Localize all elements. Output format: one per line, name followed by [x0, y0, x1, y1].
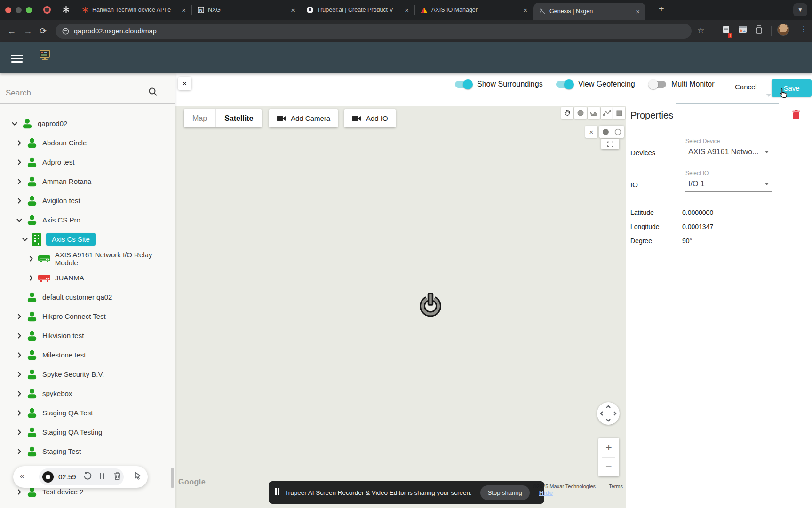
chevron-right-icon[interactable] [17, 179, 21, 184]
macos-minimize-icon[interactable] [16, 7, 22, 13]
chevron-right-icon[interactable] [17, 410, 21, 416]
chevron-right-icon[interactable] [17, 429, 21, 435]
add-camera-button[interactable]: Add Camera [269, 109, 338, 127]
extension-jar-icon[interactable] [755, 25, 763, 36]
tree-item[interactable]: Adpro test [0, 152, 175, 172]
close-map-editor-button[interactable]: × [178, 77, 191, 90]
chevron-down-icon[interactable] [16, 218, 22, 222]
zoom-in-button[interactable]: + [598, 438, 619, 457]
tree-item[interactable]: Milestone test [0, 345, 175, 365]
map-canvas[interactable]: Map Satellite Add Camera Add IO × [175, 106, 626, 508]
share-pause-icon[interactable] [275, 488, 280, 497]
restart-recording-icon[interactable] [83, 471, 92, 483]
tree-item[interactable]: Spyke Security B.V. [0, 365, 175, 384]
filled-circle-icon[interactable] [602, 128, 609, 135]
extension-window-icon[interactable] [738, 25, 747, 36]
chevron-right-icon[interactable] [17, 391, 21, 397]
search-input[interactable]: Search [6, 88, 31, 98]
tree-item[interactable]: Staging QA Test [0, 403, 175, 422]
tree-item[interactable]: default customer qa02 [0, 287, 175, 307]
tree-item[interactable]: Staging QA Testing [0, 422, 175, 442]
tree-item[interactable]: JUANMA [0, 268, 175, 287]
cursor-tool-icon[interactable] [134, 471, 143, 482]
new-tab-button[interactable]: + [659, 4, 664, 14]
tree-item[interactable]: Amman Rotana [0, 172, 175, 191]
chevron-right-icon[interactable] [17, 372, 21, 377]
delete-shape-icon[interactable]: × [585, 126, 597, 138]
io-select[interactable]: I/O 1 [688, 180, 705, 188]
chevron-right-icon[interactable] [17, 352, 21, 358]
switch-icon[interactable] [556, 81, 573, 88]
toggle-view-geofencing[interactable]: View Geofencing [556, 78, 635, 90]
tree-item[interactable]: Axis Cs Site [0, 230, 175, 249]
add-io-button[interactable]: Add IO [344, 109, 396, 127]
tree-item[interactable]: Hikpro Connect Test [0, 307, 175, 326]
polyline-tool-icon[interactable] [601, 107, 613, 119]
url-input[interactable]: qaprod02.nxgen.cloud/map [56, 24, 692, 39]
tree-item[interactable]: qaprod02 [0, 114, 175, 133]
chevron-right-icon[interactable] [17, 198, 21, 204]
tree-item[interactable]: Axis CS Pro [0, 210, 175, 230]
tree-item[interactable]: Abdoun Circle [0, 133, 175, 152]
org-selector-value[interactable]: Qaprod02 [679, 91, 716, 101]
hide-share-bar-link[interactable]: Hide [539, 489, 553, 496]
browser-tab[interactable]: AXIS IO Manager × [415, 5, 533, 15]
device-select-caret-icon[interactable] [764, 151, 769, 153]
toggle-multi-monitor[interactable]: Multi Monitor [649, 78, 715, 90]
openai-pinned-tab-icon[interactable] [62, 6, 70, 16]
polygon-tool-icon[interactable] [588, 107, 600, 119]
bookmark-star-icon[interactable]: ☆ [697, 25, 704, 35]
tab-close-icon[interactable]: × [635, 8, 641, 16]
chevron-right-icon[interactable] [17, 314, 21, 319]
map-pan-control[interactable] [597, 402, 620, 425]
tree-item[interactable]: AXIS A9161 Network I/O Relay Module [0, 249, 175, 268]
map-terms-link[interactable]: Terms [609, 484, 623, 489]
pan-tool-icon[interactable] [561, 107, 573, 119]
hamburger-menu-icon[interactable] [11, 53, 23, 64]
circle-tool-icon[interactable] [574, 107, 587, 119]
tab-close-icon[interactable]: × [290, 6, 296, 14]
search-icon[interactable] [148, 87, 158, 99]
switch-icon[interactable] [455, 81, 472, 88]
browser-tab[interactable]: Hanwah Techwin device API e × [76, 5, 192, 15]
macos-close-icon[interactable] [5, 7, 11, 13]
extension-doc-icon[interactable]: ! [722, 25, 731, 37]
stop-recording-button[interactable] [42, 471, 54, 483]
toggle-show-surroundings[interactable]: Show Surroundings [455, 78, 543, 90]
io-select-caret-icon[interactable] [764, 183, 769, 185]
chevron-right-icon[interactable] [17, 159, 21, 165]
chevron-down-icon[interactable] [22, 238, 28, 241]
tree-item[interactable]: Staging Test [0, 442, 175, 461]
map-type-map[interactable]: Map [184, 109, 216, 127]
stop-sharing-button[interactable]: Stop sharing [480, 485, 530, 500]
tree-item[interactable]: Hikvision test [0, 326, 175, 345]
chevron-right-icon[interactable] [29, 275, 33, 281]
chevron-right-icon[interactable] [17, 449, 21, 454]
browser-menu-icon[interactable]: ⋮ [800, 25, 807, 33]
outline-circle-icon[interactable] [614, 128, 621, 135]
chevron-down-icon[interactable] [12, 122, 17, 126]
forward-icon[interactable]: → [24, 26, 32, 36]
switch-icon[interactable] [649, 81, 666, 88]
io-power-marker[interactable] [419, 292, 442, 320]
cancel-button[interactable]: Cancel [735, 83, 757, 91]
delete-marker-trash-icon[interactable] [791, 109, 801, 122]
tab-close-icon[interactable]: × [181, 6, 187, 14]
fit-bounds-button[interactable] [601, 139, 619, 149]
reload-icon[interactable]: ⟳ [40, 26, 47, 36]
browser-profile-avatar[interactable] [777, 24, 789, 36]
browser-tab[interactable]: N NXG × [192, 5, 301, 15]
delete-recording-icon[interactable] [113, 471, 122, 483]
tab-close-icon[interactable]: × [522, 6, 528, 14]
sidebar-scrollbar[interactable] [171, 468, 174, 488]
rectangle-tool-icon[interactable] [613, 107, 625, 119]
chevron-right-icon[interactable] [29, 256, 33, 262]
tab-search-chevron-icon[interactable]: ▼ [793, 3, 807, 16]
tree-item[interactable]: Avigilon test [0, 191, 175, 210]
back-icon[interactable]: ← [8, 26, 16, 36]
browser-tab[interactable]: Genesis | Nxgen × [533, 3, 645, 20]
tree-item[interactable]: spykebox [0, 384, 175, 403]
zoom-out-button[interactable]: − [598, 458, 619, 477]
macos-zoom-icon[interactable] [26, 7, 32, 13]
chevron-right-icon[interactable] [17, 333, 21, 339]
